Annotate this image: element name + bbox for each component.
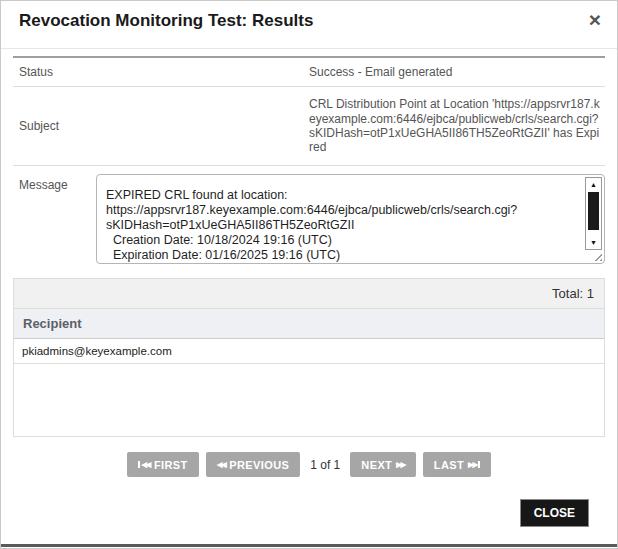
first-page-label: FIRST bbox=[154, 459, 188, 471]
total-count: Total: 1 bbox=[14, 279, 604, 309]
scroll-down-icon[interactable]: ▼ bbox=[590, 239, 597, 249]
message-label: Message bbox=[13, 174, 96, 264]
close-button[interactable]: CLOSE bbox=[520, 499, 589, 527]
last-page-label: LAST bbox=[434, 459, 464, 471]
table-row: Subject CRL Distribution Point at Locati… bbox=[13, 87, 605, 166]
recipients-table: Total: 1 Recipient pkiadmins@keyexample.… bbox=[13, 278, 605, 437]
previous-page-label: PREVIOUS bbox=[229, 459, 289, 471]
table-row: pkiadmins@keyexample.com bbox=[14, 339, 604, 364]
next-page-icon: ▶▶ bbox=[396, 461, 405, 469]
message-scrollbar[interactable]: ▲ ▼ bbox=[585, 177, 602, 250]
page-status: 1 of 1 bbox=[310, 458, 340, 472]
bottom-divider bbox=[1, 544, 617, 547]
previous-page-icon: ◀◀ bbox=[217, 461, 226, 469]
close-icon[interactable]: × bbox=[585, 11, 605, 30]
message-row: Message EXPIRED CRL found at location: h… bbox=[13, 174, 605, 264]
next-page-button[interactable]: NEXT ▶▶ bbox=[350, 452, 415, 477]
message-textarea[interactable]: EXPIRED CRL found at location: https://a… bbox=[96, 174, 605, 264]
dialog-title: Revocation Monitoring Test: Results bbox=[19, 11, 313, 31]
pagination: ◀◀ FIRST ◀◀ PREVIOUS 1 of 1 NEXT ▶▶ LAST… bbox=[13, 452, 605, 477]
scroll-up-icon[interactable]: ▲ bbox=[590, 178, 597, 188]
next-page-label: NEXT bbox=[361, 459, 392, 471]
table-row: Status Success - Email generated bbox=[13, 57, 605, 87]
dialog-footer: CLOSE bbox=[13, 477, 605, 527]
recipient-column-header: Recipient bbox=[14, 309, 604, 339]
last-page-icon: ▶▶ bbox=[468, 461, 480, 469]
status-value: Success - Email generated bbox=[309, 57, 605, 87]
status-label: Status bbox=[13, 57, 309, 87]
message-text: EXPIRED CRL found at location: https://a… bbox=[97, 175, 604, 263]
subject-label: Subject bbox=[13, 87, 309, 166]
first-page-button[interactable]: ◀◀ FIRST bbox=[127, 452, 198, 477]
previous-page-button[interactable]: ◀◀ PREVIOUS bbox=[206, 452, 301, 477]
last-page-button[interactable]: LAST ▶▶ bbox=[423, 452, 491, 477]
results-table: Status Success - Email generated Subject… bbox=[13, 56, 605, 166]
first-page-icon: ◀◀ bbox=[138, 461, 150, 469]
subject-value: CRL Distribution Point at Location 'http… bbox=[309, 87, 605, 166]
dialog-header: Revocation Monitoring Test: Results × bbox=[1, 1, 617, 49]
scrollbar-thumb[interactable] bbox=[588, 192, 599, 230]
empty-table-area bbox=[14, 364, 604, 436]
dialog-body: Status Success - Email generated Subject… bbox=[1, 56, 617, 527]
